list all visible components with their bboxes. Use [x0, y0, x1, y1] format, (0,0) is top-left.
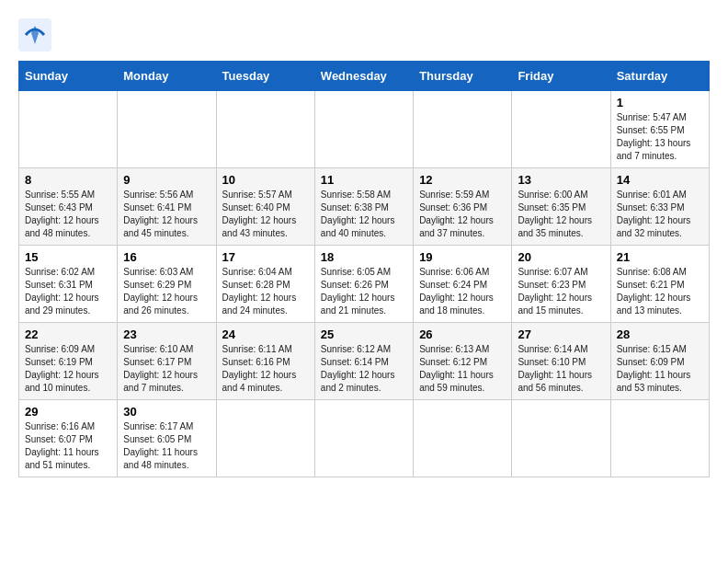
calendar-cell	[610, 400, 709, 477]
day-content: Sunrise: 6:10 AMSunset: 6:17 PMDaylight:…	[123, 344, 198, 393]
day-number: 20	[518, 250, 604, 264]
calendar-cell: 16Sunrise: 6:03 AMSunset: 6:29 PMDayligh…	[118, 246, 216, 323]
calendar-cell: 12Sunrise: 5:59 AMSunset: 6:36 PMDayligh…	[414, 168, 512, 246]
day-number: 12	[419, 173, 506, 187]
calendar-cell: 28Sunrise: 6:15 AMSunset: 6:09 PMDayligh…	[610, 323, 709, 400]
calendar-cell: 29Sunrise: 6:16 AMSunset: 6:07 PMDayligh…	[19, 400, 118, 477]
day-content: Sunrise: 6:13 AMSunset: 6:12 PMDaylight:…	[419, 344, 494, 393]
day-content: Sunrise: 6:12 AMSunset: 6:14 PMDaylight:…	[321, 344, 395, 393]
calendar-cell: 23Sunrise: 6:10 AMSunset: 6:17 PMDayligh…	[118, 323, 216, 400]
day-number: 11	[321, 173, 407, 187]
day-content: Sunrise: 6:11 AMSunset: 6:16 PMDaylight:…	[222, 344, 297, 393]
calendar-cell	[414, 91, 512, 168]
header-monday: Monday	[118, 62, 216, 91]
calendar-cell	[216, 91, 314, 168]
calendar-cell: 26Sunrise: 6:13 AMSunset: 6:12 PMDayligh…	[414, 323, 512, 400]
day-content: Sunrise: 6:03 AMSunset: 6:29 PMDaylight:…	[123, 267, 198, 316]
header-thursday: Thursday	[414, 62, 512, 91]
day-number: 22	[25, 327, 111, 341]
day-number: 29	[25, 405, 111, 419]
logo-icon	[18, 18, 51, 52]
calendar-row: 8Sunrise: 5:55 AMSunset: 6:43 PMDaylight…	[19, 168, 710, 246]
day-content: Sunrise: 6:15 AMSunset: 6:09 PMDaylight:…	[617, 344, 691, 393]
calendar-cell	[512, 91, 610, 168]
calendar-cell	[414, 400, 512, 477]
calendar-cell	[314, 400, 413, 477]
calendar-cell: 30Sunrise: 6:17 AMSunset: 6:05 PMDayligh…	[118, 400, 216, 477]
calendar-cell: 25Sunrise: 6:12 AMSunset: 6:14 PMDayligh…	[314, 323, 413, 400]
calendar-cell: 19Sunrise: 6:06 AMSunset: 6:24 PMDayligh…	[414, 246, 512, 323]
day-content: Sunrise: 6:02 AMSunset: 6:31 PMDaylight:…	[25, 267, 99, 316]
day-content: Sunrise: 6:01 AMSunset: 6:33 PMDaylight:…	[617, 190, 691, 238]
day-content: Sunrise: 5:47 AMSunset: 6:55 PMDaylight:…	[617, 112, 691, 161]
day-number: 24	[222, 327, 309, 341]
day-number: 28	[617, 327, 703, 341]
day-number: 26	[419, 327, 506, 341]
calendar-cell: 20Sunrise: 6:07 AMSunset: 6:23 PMDayligh…	[512, 246, 610, 323]
header-tuesday: Tuesday	[216, 62, 314, 91]
day-number: 21	[617, 250, 703, 264]
day-number: 25	[321, 327, 407, 341]
header-wednesday: Wednesday	[314, 62, 413, 91]
day-number: 23	[123, 327, 210, 341]
day-number: 16	[123, 250, 210, 264]
calendar-row: 1Sunrise: 5:47 AMSunset: 6:55 PMDaylight…	[19, 91, 710, 168]
day-content: Sunrise: 6:00 AMSunset: 6:35 PMDaylight:…	[518, 190, 592, 238]
day-content: Sunrise: 6:08 AMSunset: 6:21 PMDaylight:…	[617, 267, 691, 316]
calendar-cell: 10Sunrise: 5:57 AMSunset: 6:40 PMDayligh…	[216, 168, 314, 246]
day-number: 27	[518, 327, 604, 341]
day-content: Sunrise: 5:58 AMSunset: 6:38 PMDaylight:…	[321, 190, 395, 238]
day-number: 1	[617, 96, 703, 109]
calendar-cell: 27Sunrise: 6:14 AMSunset: 6:10 PMDayligh…	[512, 323, 610, 400]
calendar-cell: 22Sunrise: 6:09 AMSunset: 6:19 PMDayligh…	[19, 323, 118, 400]
calendar-cell	[19, 91, 118, 168]
day-content: Sunrise: 5:57 AMSunset: 6:40 PMDaylight:…	[222, 190, 297, 238]
day-number: 10	[222, 173, 309, 187]
header-friday: Friday	[512, 62, 610, 91]
day-number: 19	[419, 250, 506, 264]
day-content: Sunrise: 6:05 AMSunset: 6:26 PMDaylight:…	[321, 267, 395, 316]
day-number: 17	[222, 250, 309, 264]
day-number: 13	[518, 173, 604, 187]
day-content: Sunrise: 5:55 AMSunset: 6:43 PMDaylight:…	[25, 190, 99, 238]
calendar-table: SundayMondayTuesdayWednesdayThursdayFrid…	[18, 61, 710, 477]
day-number: 9	[123, 173, 210, 187]
page-header	[18, 18, 710, 52]
day-number: 14	[617, 173, 703, 187]
day-content: Sunrise: 6:07 AMSunset: 6:23 PMDaylight:…	[518, 267, 592, 316]
calendar-cell: 14Sunrise: 6:01 AMSunset: 6:33 PMDayligh…	[610, 168, 709, 246]
calendar-row: 15Sunrise: 6:02 AMSunset: 6:31 PMDayligh…	[19, 246, 710, 323]
day-content: Sunrise: 5:56 AMSunset: 6:41 PMDaylight:…	[123, 190, 198, 238]
day-content: Sunrise: 6:16 AMSunset: 6:07 PMDaylight:…	[25, 421, 99, 470]
calendar-header: SundayMondayTuesdayWednesdayThursdayFrid…	[19, 62, 710, 91]
calendar-cell: 24Sunrise: 6:11 AMSunset: 6:16 PMDayligh…	[216, 323, 314, 400]
calendar-cell	[118, 91, 216, 168]
day-number: 15	[25, 250, 111, 264]
calendar-cell: 18Sunrise: 6:05 AMSunset: 6:26 PMDayligh…	[314, 246, 413, 323]
day-content: Sunrise: 5:59 AMSunset: 6:36 PMDaylight:…	[419, 190, 494, 238]
calendar-cell: 1Sunrise: 5:47 AMSunset: 6:55 PMDaylight…	[610, 91, 709, 168]
day-content: Sunrise: 6:06 AMSunset: 6:24 PMDaylight:…	[419, 267, 494, 316]
day-content: Sunrise: 6:14 AMSunset: 6:10 PMDaylight:…	[518, 344, 592, 393]
day-number: 8	[25, 173, 111, 187]
header-sunday: Sunday	[19, 62, 118, 91]
calendar-cell	[314, 91, 413, 168]
day-content: Sunrise: 6:04 AMSunset: 6:28 PMDaylight:…	[222, 267, 297, 316]
calendar-cell: 15Sunrise: 6:02 AMSunset: 6:31 PMDayligh…	[19, 246, 118, 323]
calendar-cell: 11Sunrise: 5:58 AMSunset: 6:38 PMDayligh…	[314, 168, 413, 246]
calendar-cell	[512, 400, 610, 477]
day-content: Sunrise: 6:09 AMSunset: 6:19 PMDaylight:…	[25, 344, 99, 393]
calendar-cell: 9Sunrise: 5:56 AMSunset: 6:41 PMDaylight…	[118, 168, 216, 246]
logo	[18, 18, 55, 52]
calendar-row: 22Sunrise: 6:09 AMSunset: 6:19 PMDayligh…	[19, 323, 710, 400]
calendar-cell: 21Sunrise: 6:08 AMSunset: 6:21 PMDayligh…	[610, 246, 709, 323]
day-content: Sunrise: 6:17 AMSunset: 6:05 PMDaylight:…	[123, 421, 198, 470]
day-number: 18	[321, 250, 407, 264]
calendar-row: 29Sunrise: 6:16 AMSunset: 6:07 PMDayligh…	[19, 400, 710, 477]
header-saturday: Saturday	[610, 62, 709, 91]
day-number: 30	[123, 405, 210, 419]
calendar-cell: 8Sunrise: 5:55 AMSunset: 6:43 PMDaylight…	[19, 168, 118, 246]
calendar-cell	[216, 400, 314, 477]
calendar-cell: 13Sunrise: 6:00 AMSunset: 6:35 PMDayligh…	[512, 168, 610, 246]
calendar-cell: 17Sunrise: 6:04 AMSunset: 6:28 PMDayligh…	[216, 246, 314, 323]
